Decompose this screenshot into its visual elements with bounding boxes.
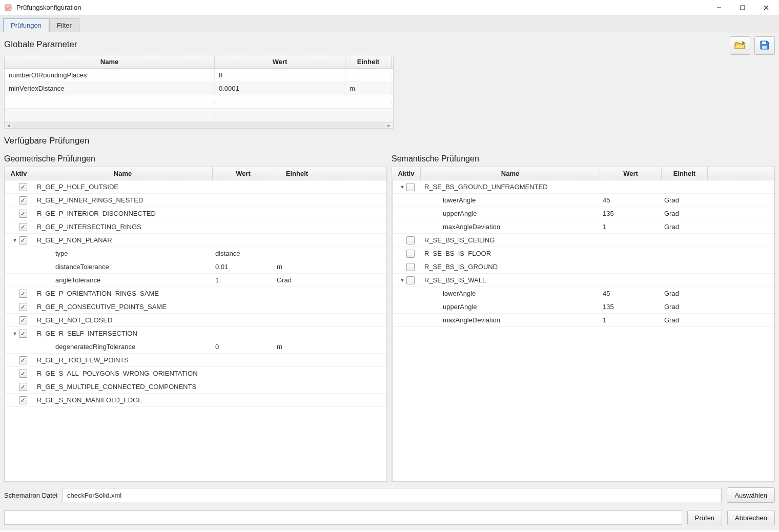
col-einheit[interactable]: Einheit xyxy=(274,167,320,180)
cell-wert: 8 xyxy=(215,69,345,81)
check-row[interactable]: R_GE_R_CONSECUTIVE_POINTS_SAME xyxy=(5,300,386,314)
col-wert[interactable]: Wert xyxy=(600,167,662,180)
table-row[interactable] xyxy=(5,109,393,122)
checkbox[interactable] xyxy=(19,330,27,338)
col-name[interactable]: Name xyxy=(5,55,215,68)
checkbox[interactable] xyxy=(406,276,415,284)
cell-einheit xyxy=(274,385,320,388)
checkbox[interactable] xyxy=(19,196,27,204)
check-row[interactable]: R_GE_P_ORIENTATION_RINGS_SAME xyxy=(5,287,386,300)
checkbox[interactable] xyxy=(19,383,27,391)
pruefen-button[interactable]: Prüfen xyxy=(687,510,722,525)
semantic-checks-table: Aktiv Name Wert Einheit ▼R_SE_BS_GROUND_… xyxy=(392,167,775,482)
check-row[interactable]: R_SE_BS_IS_GROUND xyxy=(393,260,774,274)
table-row[interactable]: minVertexDistance0.0001m xyxy=(5,82,393,95)
param-row[interactable]: distanceTolerance0.01m xyxy=(5,260,386,274)
table-row[interactable]: numberOfRoundingPlaces8 xyxy=(5,69,393,82)
col-name[interactable]: Name xyxy=(421,167,600,180)
checkbox[interactable] xyxy=(406,250,415,258)
cell-wert xyxy=(212,212,274,215)
checkbox[interactable] xyxy=(19,183,27,191)
checkbox[interactable] xyxy=(19,356,27,364)
save-button[interactable] xyxy=(754,36,775,55)
check-row[interactable]: ▼R_SE_BS_IS_WALL xyxy=(393,274,774,287)
param-row[interactable]: degeneratedRingTolerance0m xyxy=(5,340,386,354)
svg-rect-6 xyxy=(762,46,767,49)
check-row[interactable]: R_GE_S_NON_MANIFOLD_EDGE xyxy=(5,394,386,407)
param-row[interactable]: upperAngle135Grad xyxy=(393,207,774,220)
col-name[interactable]: Name xyxy=(33,167,213,180)
table-row[interactable] xyxy=(5,95,393,109)
check-row[interactable]: R_GE_P_INTERSECTING_RINGS xyxy=(5,220,386,234)
param-row[interactable]: maxAngleDeviation1Grad xyxy=(393,314,774,327)
check-row[interactable]: ▼R_SE_BS_GROUND_UNFRAGMENTED xyxy=(393,180,774,194)
cell-name: R_GE_P_HOLE_OUTSIDE xyxy=(34,181,212,192)
check-row[interactable]: R_SE_BS_IS_FLOOR xyxy=(393,247,774,260)
checkbox[interactable] xyxy=(19,223,27,231)
checkbox[interactable] xyxy=(19,210,27,218)
cell-einheit xyxy=(274,305,320,309)
check-row[interactable]: R_SE_BS_IS_CEILING xyxy=(393,234,774,247)
checkbox[interactable] xyxy=(19,303,27,311)
param-row[interactable]: typedistance xyxy=(5,247,386,260)
checkbox[interactable] xyxy=(406,183,415,191)
cell-name: R_GE_P_ORIENTATION_RINGS_SAME xyxy=(34,288,212,299)
check-row[interactable]: R_GE_R_TOO_FEW_POINTS xyxy=(5,354,386,367)
collapse-icon[interactable]: ▼ xyxy=(12,238,18,243)
param-row[interactable]: angleTolerance1Grad xyxy=(5,274,386,287)
browse-button[interactable]: Auswählen xyxy=(727,487,775,503)
col-spacer xyxy=(320,167,387,180)
check-row[interactable]: ▼R_GE_R_SELF_INTERSECTION xyxy=(5,327,386,340)
param-row[interactable]: maxAngleDeviation1Grad xyxy=(393,220,774,234)
maximize-button[interactable] xyxy=(731,0,754,15)
check-row[interactable]: R_GE_P_INTERIOR_DISCONNECTED xyxy=(5,207,386,220)
checkbox[interactable] xyxy=(406,263,415,271)
check-row[interactable]: ▼R_GE_P_NON_PLANAR xyxy=(5,234,386,247)
status-input[interactable] xyxy=(4,510,682,525)
col-wert[interactable]: Wert xyxy=(215,55,345,68)
col-einheit[interactable]: Einheit xyxy=(662,167,708,180)
col-aktiv[interactable]: Aktiv xyxy=(392,167,421,180)
checkbox[interactable] xyxy=(19,316,27,324)
col-wert[interactable]: Wert xyxy=(213,167,274,180)
tab-pruefungen[interactable]: Prüfungen xyxy=(3,18,49,32)
check-row[interactable]: R_GE_S_ALL_POLYGONS_WRONG_ORIENTATION xyxy=(5,367,386,380)
checkbox[interactable] xyxy=(19,370,27,378)
cell-wert xyxy=(600,252,661,255)
check-row[interactable]: R_GE_R_NOT_CLOSED xyxy=(5,314,386,327)
abbrechen-button[interactable]: Abbrechen xyxy=(727,510,775,525)
cell-name: maxAngleDeviation xyxy=(421,221,600,232)
cell-einheit: Grad xyxy=(661,301,707,312)
collapse-icon[interactable]: ▼ xyxy=(399,185,405,190)
cell-name: R_GE_R_SELF_INTERSECTION xyxy=(34,328,212,339)
horizontal-scrollbar[interactable]: ◄ ► xyxy=(4,122,394,129)
open-button[interactable] xyxy=(730,36,750,55)
checkbox[interactable] xyxy=(406,236,415,244)
col-spacer xyxy=(708,167,774,180)
minimize-button[interactable] xyxy=(707,0,731,15)
checkbox[interactable] xyxy=(19,236,27,244)
collapse-icon[interactable]: ▼ xyxy=(12,331,18,336)
cell-einheit xyxy=(274,399,320,402)
schematron-input[interactable] xyxy=(63,488,722,502)
cell-einheit: m xyxy=(345,83,392,94)
scroll-right-icon: ► xyxy=(386,123,392,128)
param-row[interactable]: lowerAngle45Grad xyxy=(393,287,774,300)
tab-filter[interactable]: Filter xyxy=(49,18,79,32)
check-row[interactable]: R_GE_P_INNER_RINGS_NESTED xyxy=(5,194,386,207)
cell-wert: 135 xyxy=(600,301,661,312)
cell-einheit xyxy=(274,226,320,229)
checkbox[interactable] xyxy=(19,290,27,298)
collapse-icon[interactable]: ▼ xyxy=(399,278,405,283)
param-row[interactable]: upperAngle135Grad xyxy=(393,300,774,314)
folder-open-icon xyxy=(734,40,746,51)
col-aktiv[interactable]: Aktiv xyxy=(5,167,33,180)
check-row[interactable]: R_GE_P_HOLE_OUTSIDE xyxy=(5,180,386,194)
check-row[interactable]: R_GE_S_MULTIPLE_CONNECTED_COMPONENTS xyxy=(5,380,386,394)
col-einheit[interactable]: Einheit xyxy=(345,55,392,68)
checkbox[interactable] xyxy=(19,396,27,404)
cell-name: R_GE_R_NOT_CLOSED xyxy=(34,315,212,325)
close-button[interactable] xyxy=(754,0,778,15)
param-row[interactable]: lowerAngle45Grad xyxy=(393,194,774,207)
cell-name: R_SE_BS_GROUND_UNFRAGMENTED xyxy=(421,181,600,192)
